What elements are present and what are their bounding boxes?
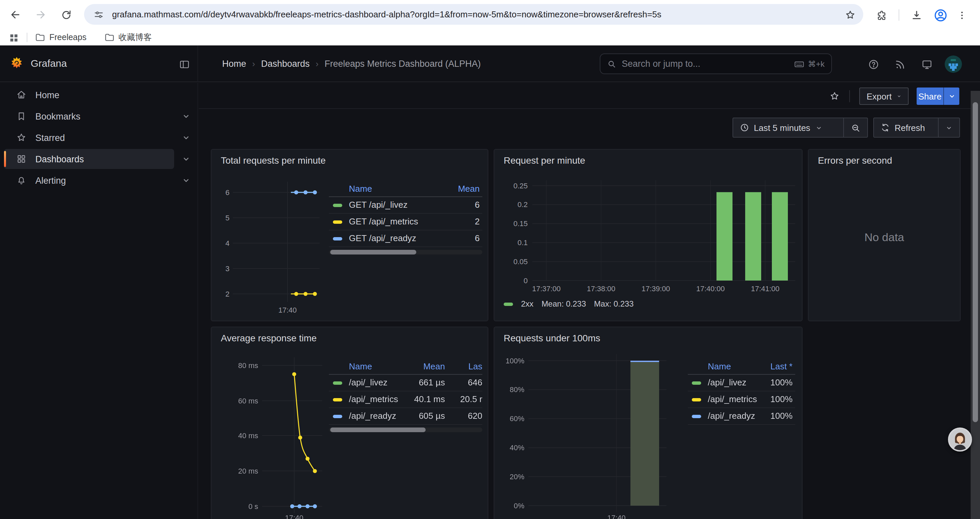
screen: grafana.mathmast.com/d/deytv4rwavabkb/fr… (0, 0, 980, 519)
bookmark-folder-freeleaps[interactable]: Freeleaps (35, 32, 86, 43)
table-cell-last: 646 (468, 377, 482, 387)
brand-name: Grafana (31, 57, 67, 69)
refresh-button[interactable]: Refresh (874, 118, 938, 137)
subheader-divider (849, 90, 850, 102)
sidebar-item-link[interactable]: Starred (4, 128, 174, 148)
share-menu-button[interactable] (943, 88, 959, 105)
profile-button[interactable] (932, 7, 949, 23)
browser-menu-button[interactable] (954, 7, 970, 23)
sidebar-item-home[interactable]: Home (0, 85, 197, 105)
table-row[interactable]: /api/_metrics100% (688, 391, 795, 408)
table-header: NameLast * (688, 360, 795, 375)
panel-average-response-time: Average response time 80 ms60 ms40 ms20 … (211, 327, 488, 519)
zoom-out-time-button[interactable] (844, 118, 867, 137)
bookmark-icon (16, 111, 27, 121)
forward-button[interactable] (31, 5, 51, 25)
table-row[interactable]: /api/_readyz100% (688, 408, 795, 425)
column-header[interactable]: Las (468, 361, 482, 371)
profile-icon (933, 8, 948, 23)
extensions-button[interactable] (873, 7, 889, 23)
assistant-floating-avatar[interactable] (948, 428, 972, 452)
favorite-dashboard-button[interactable] (826, 88, 843, 105)
downloads-button[interactable] (908, 7, 924, 23)
panel-title[interactable]: Request per minute (504, 155, 585, 166)
breadcrumb-dashboards[interactable]: Dashboards (261, 58, 310, 69)
table-row[interactable]: GET /api/_livez6 (329, 197, 482, 214)
collapse-sidebar-button[interactable] (176, 56, 192, 72)
sidebar-item-dashboards[interactable]: Dashboards (0, 149, 197, 169)
search-input[interactable]: Search or jump to... ⌘+k (600, 53, 832, 74)
sidebar-item-link[interactable]: Home (4, 85, 174, 105)
refresh-interval-button[interactable] (939, 118, 959, 137)
scrollbar-thumb[interactable] (973, 102, 978, 422)
bookmark-folder-blogs[interactable]: 收藏博客 (104, 32, 152, 43)
table-row[interactable]: GET /api/_readyz6 (329, 230, 482, 247)
table-cell-name: GET /api/_readyz (349, 233, 416, 243)
chart-legend[interactable]: 2xx Mean: 0.233 Max: 0.233 (504, 299, 634, 308)
table-horizontal-scrollbar[interactable] (329, 428, 482, 432)
sidebar-item-link[interactable]: Bookmarks (4, 106, 174, 126)
back-button[interactable] (5, 5, 25, 25)
reload-button[interactable] (56, 5, 76, 25)
url-text[interactable]: grafana.mathmast.com/d/deytv4rwavabkb/fr… (112, 10, 854, 19)
column-header[interactable]: Last * (770, 361, 793, 371)
bookmark-star-icon[interactable] (843, 7, 857, 22)
star-icon (16, 132, 27, 143)
sidebar-item-bookmarks[interactable]: Bookmarks (0, 106, 197, 126)
bar-chart[interactable]: 0.250.20.150.10.05017:37:0017:38:0017:39… (494, 150, 803, 321)
help-button[interactable] (864, 55, 883, 73)
sidebar-item-alerting[interactable]: Alerting (0, 170, 197, 190)
series-swatch-icon (692, 398, 701, 401)
chevron-down-icon[interactable] (181, 112, 191, 121)
column-header[interactable]: Name (708, 361, 731, 371)
panel-title[interactable]: Average response time (221, 333, 317, 343)
url-bar[interactable]: grafana.mathmast.com/d/deytv4rwavabkb/fr… (84, 4, 863, 25)
panel-title[interactable]: Requests under 100ms (504, 333, 600, 343)
sidebar-item-starred[interactable]: Starred (0, 128, 197, 148)
grafana-topbar: Grafana Home › Dashboards › Freeleaps Me… (0, 45, 980, 82)
legend-max: Max: 0.233 (594, 299, 634, 308)
user-avatar[interactable] (945, 56, 962, 73)
chevron-down-icon[interactable] (181, 154, 191, 164)
apps-grid-button[interactable] (9, 32, 19, 42)
table-cell-mean: 6 (475, 233, 480, 243)
sidebar-item-link[interactable]: Alerting (4, 170, 174, 190)
panel-title[interactable]: Errors per second (818, 155, 892, 166)
display-button[interactable] (917, 55, 936, 73)
time-range-picker[interactable]: Last 5 minutes (733, 118, 843, 137)
table-row[interactable]: GET /api/_metrics2 (329, 214, 482, 230)
export-button[interactable]: Export (859, 88, 908, 105)
chevron-down-icon[interactable] (181, 176, 191, 185)
star-icon (829, 91, 840, 102)
table-cell-name: /api/_metrics (349, 394, 398, 404)
panel-total-requests-per-minute: Total requests per minute 6543217:40 Nam… (211, 149, 488, 321)
column-header[interactable]: Name (349, 361, 372, 371)
table-row[interactable]: /api/_livez100% (688, 375, 795, 391)
chevron-down-icon[interactable] (181, 133, 191, 142)
page-scrollbar[interactable] (970, 91, 980, 519)
news-rss-button[interactable] (891, 55, 909, 73)
table-horizontal-scrollbar[interactable] (329, 250, 482, 254)
table-row[interactable]: /api/_readyz605 µs620 (329, 408, 482, 425)
legend-series-name[interactable]: 2xx (521, 299, 533, 308)
panel-title[interactable]: Total requests per minute (221, 155, 326, 166)
column-header[interactable]: Mean (458, 184, 480, 194)
share-button[interactable]: Share (916, 88, 943, 105)
table-row[interactable]: /api/_livez661 µs646 (329, 375, 482, 391)
svg-text:80%: 80% (510, 385, 524, 394)
table-row[interactable]: /api/_metrics40.1 ms20.5 r (329, 391, 482, 408)
table-cell-name: GET /api/_metrics (349, 216, 418, 227)
sidebar-item-link[interactable]: Dashboards (4, 149, 174, 169)
scrollbar-thumb[interactable] (330, 250, 416, 254)
column-header[interactable]: Mean (423, 361, 445, 371)
site-info-icon[interactable] (94, 9, 104, 20)
no-data-message: No data (808, 231, 960, 244)
table-header: NameMean (329, 182, 482, 197)
scrollbar-thumb[interactable] (330, 428, 425, 432)
table-cell-name: /api/_livez (349, 377, 388, 387)
grafana-logo-icon[interactable] (10, 56, 24, 71)
sidebar-item-label: Bookmarks (35, 111, 80, 121)
column-header[interactable]: Name (349, 184, 372, 194)
table-cell-name: /api/_readyz (708, 411, 755, 421)
breadcrumb-home[interactable]: Home (222, 58, 246, 69)
